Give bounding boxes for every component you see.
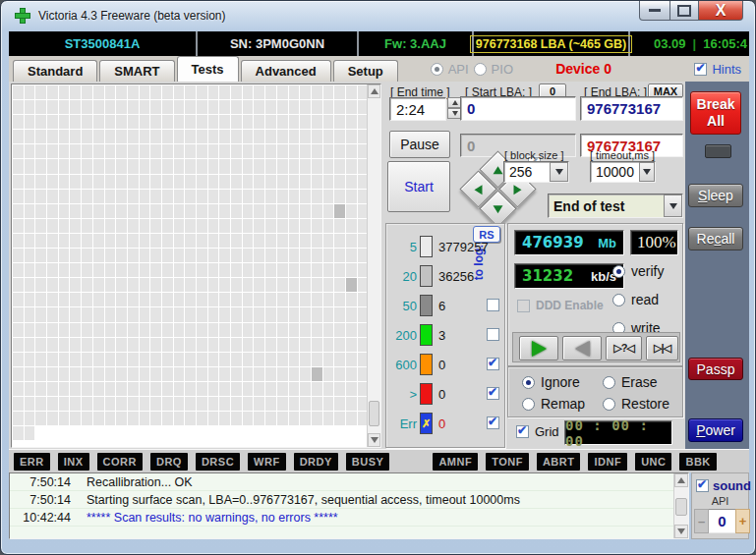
- grid-checkbox[interactable]: ✔: [516, 425, 529, 438]
- defect-remap[interactable]: Remap: [522, 396, 585, 412]
- close-button[interactable]: X: [699, 1, 743, 21]
- radio-read[interactable]: [612, 294, 625, 306]
- scan-map-scrollbar[interactable]: [367, 84, 380, 447]
- dropdown-button[interactable]: [639, 162, 655, 182]
- check-icon: ✔: [488, 385, 497, 399]
- scan-cell: [323, 249, 334, 262]
- tab-smart[interactable]: SMART: [99, 60, 174, 82]
- radio-erase[interactable]: [603, 376, 615, 389]
- ddd-enable-checkbox[interactable]: [517, 300, 530, 312]
- radio-restore[interactable]: [603, 398, 615, 411]
- scroll-down-button[interactable]: [368, 433, 380, 447]
- hints-checkbox[interactable]: ✔: [694, 63, 707, 76]
- scan-cell: [265, 397, 276, 411]
- scan-cell: [150, 204, 161, 218]
- scan-cell: [300, 190, 311, 203]
- scan-cell: [25, 278, 35, 292]
- scan-cell: [70, 159, 81, 173]
- scan-cell: [334, 338, 345, 352]
- passp-button[interactable]: Passp: [688, 358, 743, 380]
- recall-button[interactable]: Recall: [688, 227, 743, 250]
- log-filter-checkbox-50[interactable]: [487, 299, 499, 311]
- api-radio[interactable]: [431, 63, 443, 76]
- sleep-button[interactable]: Sleep: [688, 184, 743, 207]
- end-lba-input[interactable]: 976773167: [580, 96, 683, 121]
- decrement-button[interactable]: –: [694, 509, 709, 533]
- seek-question-button[interactable]: ▷?◁: [606, 336, 642, 361]
- scan-cell: [300, 307, 311, 321]
- scan-cell: [25, 204, 35, 218]
- scan-cell: [219, 278, 230, 292]
- tab-standard[interactable]: Standard: [13, 60, 97, 82]
- scroll-up-button[interactable]: [674, 473, 688, 487]
- radio-remap[interactable]: [522, 398, 535, 411]
- scan-cell: [82, 338, 92, 352]
- radio-ignore[interactable]: [522, 376, 535, 389]
- scan-cell: [300, 397, 311, 411]
- back-button[interactable]: [562, 336, 602, 361]
- mode-read[interactable]: read: [612, 292, 664, 307]
- scan-cell: [346, 412, 357, 425]
- seek-end-button[interactable]: ▷|◁: [646, 336, 678, 361]
- log-filter-checkbox->[interactable]: ✔: [487, 387, 499, 400]
- tab-advanced[interactable]: Advanced: [241, 60, 331, 82]
- log-filter-checkbox-200[interactable]: [487, 328, 499, 341]
- scan-cell: [323, 85, 334, 99]
- power-button[interactable]: Power: [688, 418, 743, 442]
- defect-restore[interactable]: Restore: [603, 396, 669, 412]
- scan-cell: [254, 219, 264, 233]
- scan-cell: [25, 293, 35, 306]
- scroll-down-button[interactable]: [674, 525, 688, 538]
- legend-count: 3779257: [438, 240, 489, 254]
- end-action-select[interactable]: End of test: [548, 194, 683, 218]
- scan-cell: [254, 307, 264, 321]
- scrollbar-thumb[interactable]: [675, 498, 687, 516]
- dropdown-button[interactable]: [550, 162, 568, 182]
- block-size-select[interactable]: 256: [503, 161, 569, 183]
- minimize-button[interactable]: [639, 1, 670, 21]
- timeout-select[interactable]: 10000: [590, 161, 656, 183]
- scroll-up-button[interactable]: [368, 84, 380, 98]
- scan-cell: [47, 323, 58, 337]
- scan-cell: [185, 323, 196, 337]
- scan-cell: [208, 144, 219, 158]
- log-filter-checkbox-Err[interactable]: ✔: [487, 416, 499, 429]
- log-scrollbar[interactable]: [673, 473, 688, 538]
- radio-verify[interactable]: [612, 265, 625, 278]
- tab-setup[interactable]: Setup: [333, 60, 398, 82]
- scan-cell: [219, 307, 230, 321]
- scan-cell: [231, 100, 242, 114]
- scan-cell: [140, 412, 150, 425]
- drive-model[interactable]: ST3500841A: [9, 31, 198, 56]
- scan-cell: [334, 100, 345, 114]
- mode-verify[interactable]: verify: [612, 263, 664, 279]
- log-filter-checkbox-600[interactable]: ✔: [487, 358, 499, 370]
- scan-cell: [231, 263, 242, 277]
- scan-cell: [277, 234, 288, 248]
- start-button[interactable]: Start: [387, 161, 450, 212]
- break-all-button[interactable]: Break All: [690, 91, 741, 135]
- scan-cell: [25, 219, 35, 233]
- sound-checkbox[interactable]: ✔: [696, 479, 709, 492]
- increment-button[interactable]: +: [735, 509, 750, 533]
- scrollbar-thumb[interactable]: [369, 401, 379, 426]
- defect-erase[interactable]: Erase: [603, 374, 658, 390]
- tab-tests[interactable]: Tests: [177, 56, 239, 82]
- scan-cell: [128, 159, 139, 173]
- pause-button[interactable]: Pause: [389, 131, 450, 158]
- scan-cell: [231, 382, 242, 396]
- title-bar[interactable]: Victoria 4.3 Freeware (beta version) X: [1, 1, 755, 30]
- defect-ignore[interactable]: Ignore: [522, 374, 580, 390]
- scan-cell: [197, 397, 207, 411]
- percent-unit: %: [663, 233, 676, 252]
- pio-radio[interactable]: [474, 63, 487, 76]
- dropdown-button[interactable]: [664, 194, 682, 217]
- maximize-button[interactable]: [670, 1, 699, 21]
- scan-cell: [312, 278, 322, 292]
- play-button[interactable]: [519, 336, 558, 361]
- start-lba-input[interactable]: 0: [460, 96, 576, 121]
- scan-cell: [128, 219, 139, 233]
- end-time-field[interactable]: 2:24: [389, 97, 446, 121]
- block-size-value: 256: [504, 164, 550, 180]
- scan-cell: [312, 115, 322, 129]
